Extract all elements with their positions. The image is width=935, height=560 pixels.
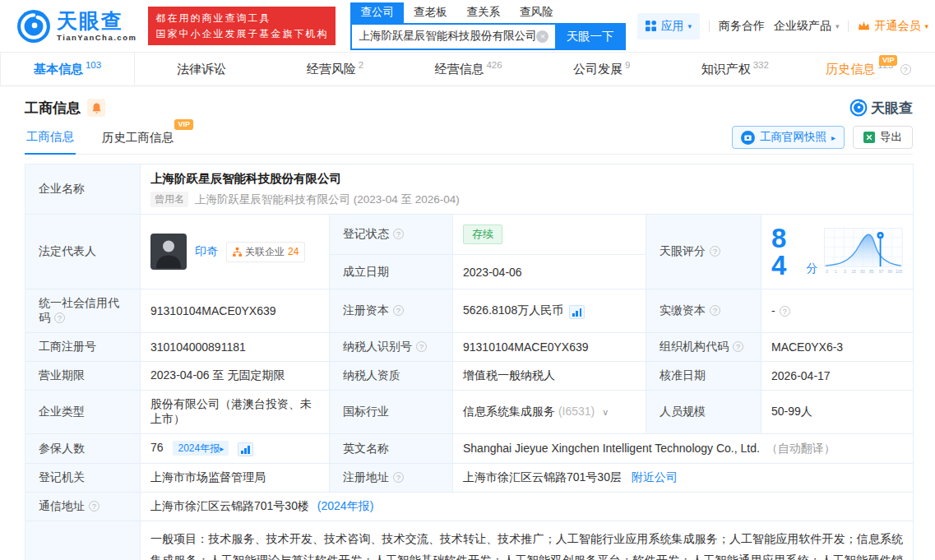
field-label: 成立日期 — [330, 255, 453, 289]
business-cooperation-link[interactable]: 商务合作 — [719, 19, 765, 34]
subtab-history-business-registration[interactable]: VIP 历史工商信息 — [100, 130, 175, 154]
tianyancha-logo[interactable]: 天眼查 TianYanCha.com — [16, 9, 137, 44]
tab-basic-info[interactable]: 基本信息 103 — [0, 53, 135, 86]
table-row: 经营范围? 一般项目：技术服务、技术开发、技术咨询、技术交流、技术转让、技术推广… — [25, 521, 914, 560]
brand-domain: TianYanCha.com — [57, 33, 137, 42]
former-name: 上海阶跃星辰智能科技有限公司 (2023-04 至 2026-04) — [195, 192, 460, 207]
legal-rep-avatar[interactable] — [150, 234, 187, 270]
company-name: 上海阶跃星辰智能科技股份有限公司 — [150, 171, 903, 187]
subscribe-bell-icon[interactable] — [87, 99, 105, 117]
help-icon[interactable]: ? — [900, 64, 911, 75]
tab-legal-proceedings[interactable]: 法律诉讼 — [135, 53, 268, 86]
field-label: 登记机关 — [25, 464, 141, 493]
help-icon[interactable]: ? — [393, 229, 404, 239]
svg-text:3: 3 — [844, 270, 846, 274]
org-code-cell: MACE0YX6-3 — [761, 333, 914, 362]
tianyan-score-cell[interactable]: 84 分 — [761, 215, 914, 289]
vip-badge: VIP — [879, 55, 898, 66]
status-badge: 存续 — [463, 224, 502, 244]
apps-grid-icon — [646, 21, 656, 31]
help-icon[interactable]: ? — [733, 341, 743, 352]
search-tab-relation[interactable]: 查关系 — [456, 2, 510, 23]
subtab-row: 工商信息 VIP 历史工商信息 工商官网快照 ▸ 导出 — [25, 125, 913, 155]
chevron-down-icon: ▾ — [687, 22, 692, 30]
help-icon[interactable]: ? — [393, 472, 404, 483]
reg-address-cell: 上海市徐汇区云锦路701号30层 附近公司 — [453, 464, 914, 493]
score-distribution-chart: 0 1 3 15 50 85 97 99 100 — [824, 226, 903, 277]
company-section-tabs: 基本信息 103 法律诉讼 经营风险 2 经营信息 426 公司发展 9 知识产… — [0, 53, 935, 86]
svg-text:50: 50 — [861, 270, 866, 274]
tab-label: 经营信息 — [434, 62, 484, 77]
insured-trend-icon[interactable] — [238, 442, 253, 456]
clear-search-icon[interactable]: × — [536, 30, 549, 43]
help-icon[interactable]: ? — [780, 306, 790, 317]
nearby-companies-link[interactable]: 附近公司 — [632, 470, 678, 484]
table-row: 营业期限 2023-04-06 至 无固定期限 纳税人资质 增值税一般纳税人 核… — [25, 362, 914, 391]
search-input-value: 上海阶跃星辰智能科技股份有限公司 — [359, 29, 536, 44]
tab-history-info[interactable]: VIP 历史信息 125 ? — [802, 53, 935, 86]
svg-text:1: 1 — [835, 270, 837, 274]
annual-report-chip[interactable]: 2024年报▸ — [173, 441, 229, 456]
chevron-down-icon[interactable]: ∨ — [602, 407, 609, 417]
related-companies-badge[interactable]: 关联企业 24 — [226, 242, 305, 262]
staff-size-cell: 50-99人 — [761, 391, 914, 434]
arrow-right-icon: ▸ — [220, 444, 224, 453]
open-vip-menu[interactable]: 开通会员 ▾ — [858, 19, 928, 34]
tab-count: 2 — [359, 60, 363, 70]
former-name-tag: 曾用名 — [150, 192, 188, 207]
search-tab-boss[interactable]: 查老板 — [404, 2, 457, 23]
search-area: 查公司 查老板 查关系 查风险 上海阶跃星辰智能科技股份有限公司 × 天眼一下 — [350, 2, 626, 50]
subtab-business-registration[interactable]: 工商信息 — [25, 129, 76, 155]
table-row: 企业类型 股份有限公司（港澳台投资、未上市） 国标行业 信息系统集成服务 (I6… — [25, 391, 914, 434]
arrow-right-icon: ▸ — [831, 133, 835, 142]
chevron-down-icon: ▾ — [835, 22, 840, 30]
legal-rep-name-link[interactable]: 印奇 — [195, 244, 218, 259]
search-input[interactable]: 上海阶跃星辰智能科技股份有限公司 × — [352, 25, 555, 49]
help-icon[interactable]: ? — [710, 246, 720, 257]
reg-authority-cell: 上海市市场监督管理局 — [141, 464, 330, 493]
table-row: 统一社会信用代码? 91310104MACE0YX639 注册资本? 5626.… — [25, 289, 914, 333]
tab-intellectual-property[interactable]: 知识产权 332 — [669, 53, 802, 86]
field-label: 注册资本? — [330, 289, 453, 333]
search-tab-risk[interactable]: 查风险 — [510, 2, 563, 23]
official-snapshot-button[interactable]: 工商官网快照 ▸ — [732, 126, 845, 149]
apps-menu[interactable]: 应用 ▾ — [637, 13, 700, 39]
field-label: 参保人数 — [25, 434, 141, 464]
tab-business-info[interactable]: 经营信息 426 — [401, 53, 535, 86]
org-tree-icon — [233, 248, 242, 257]
insured-count: 76 — [150, 441, 164, 454]
field-label: 实缴资本? — [646, 289, 761, 333]
help-icon[interactable]: ? — [89, 501, 100, 511]
help-icon[interactable]: ? — [54, 312, 65, 323]
search-button[interactable]: 天眼一下 — [555, 25, 624, 49]
tab-company-development[interactable]: 公司发展 9 — [535, 53, 669, 86]
paid-capital-value: - — [771, 304, 775, 317]
export-button[interactable]: 导出 — [853, 126, 913, 149]
section-title: 工商信息 — [25, 99, 81, 118]
industry-code: (I6531) — [558, 405, 595, 418]
export-label: 导出 — [880, 130, 902, 145]
snapshot-icon — [741, 131, 755, 145]
main-content: 工商信息 天眼查 工商信息 VIP 历史工商信息 — [0, 86, 935, 560]
chevron-down-icon: ▾ — [924, 22, 928, 30]
enterprise-products-label: 企业级产品 — [774, 19, 831, 34]
capital-trend-icon[interactable] — [569, 305, 585, 319]
tab-operating-risk[interactable]: 经营风险 2 — [268, 53, 401, 86]
table-row: 法定代表人 印奇 — [25, 215, 914, 255]
field-label: 法定代表人 — [25, 215, 141, 289]
help-icon[interactable]: ? — [710, 305, 720, 316]
search-tab-company[interactable]: 查公司 — [350, 2, 404, 23]
auto-translate-note: （自动翻译） — [766, 442, 835, 455]
field-label: 企业名称 — [25, 164, 141, 215]
help-icon[interactable]: ? — [416, 341, 427, 352]
enterprise-products-menu[interactable]: 企业级产品 ▾ — [774, 19, 840, 34]
apps-menu-label: 应用 — [660, 19, 683, 34]
svg-text:100: 100 — [896, 270, 903, 274]
related-label: 关联企业 — [245, 245, 285, 259]
english-name: Shanghai Jieyue Xingchen Intelligent Tec… — [463, 442, 760, 455]
help-icon[interactable]: ? — [393, 305, 404, 316]
annual-report-link[interactable]: (2024年报) — [317, 499, 373, 512]
promo-banner: 都在用的商业查询工具 国家中小企业发展子基金旗下机构 — [148, 7, 336, 45]
table-row: 通信地址? 上海市徐汇区云锦路701号30楼 (2024年报) — [25, 493, 914, 521]
svg-text:0: 0 — [826, 270, 829, 274]
